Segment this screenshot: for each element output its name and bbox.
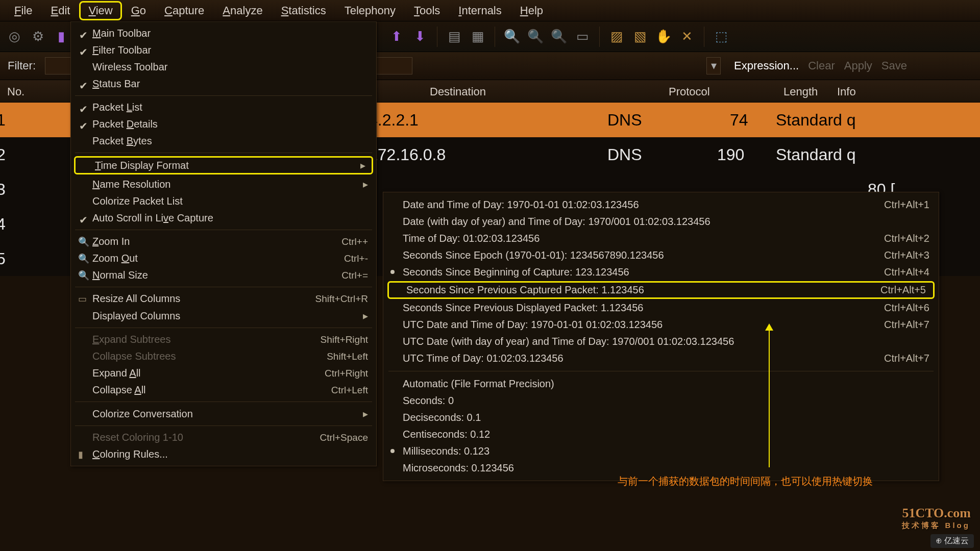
save-button[interactable]: Save bbox=[881, 59, 907, 72]
time-format-option[interactable]: Time of Day: 01:02:03.123456Ctrl+Alt+2 bbox=[383, 230, 939, 247]
menu-view[interactable]: View bbox=[79, 1, 121, 20]
rules-icon: ▮ bbox=[78, 449, 83, 460]
gear-icon[interactable]: ⚙ bbox=[29, 28, 47, 46]
time-format-option[interactable]: Date (with day of year) and Time of Day:… bbox=[383, 213, 939, 230]
zoom-out-icon[interactable]: 🔍 bbox=[526, 28, 545, 46]
apply-button[interactable]: Apply bbox=[844, 59, 872, 72]
menu-statistics[interactable]: Statistics bbox=[272, 1, 335, 20]
menu-internals[interactable]: Internals bbox=[449, 1, 510, 20]
menu-analyze[interactable]: Analyze bbox=[213, 1, 272, 20]
zoom-in-icon[interactable]: 🔍 bbox=[503, 28, 521, 46]
check-icon: ✔ bbox=[79, 46, 88, 58]
menu-separator bbox=[75, 402, 372, 402]
shortcut-label: Ctrl+Alt+5 bbox=[880, 284, 926, 296]
shortcut-label: Ctrl++ bbox=[341, 236, 368, 247]
view-menu-dropdown: ✔Main Toolbar✔Filter ToolbarWireless Too… bbox=[70, 21, 377, 466]
filter-dropdown[interactable]: ▾ bbox=[706, 57, 721, 74]
up-icon[interactable]: ⬆ bbox=[387, 28, 406, 46]
time-format-option[interactable]: Seconds: 0 bbox=[383, 392, 939, 409]
col-protocol[interactable]: Protocol bbox=[669, 85, 710, 98]
packet-dest: 172.16.0.8 bbox=[369, 145, 446, 164]
time-format-option[interactable]: Seconds Since Epoch (1970-01-01): 123456… bbox=[383, 247, 939, 264]
packet-info: Standard q bbox=[776, 145, 856, 164]
menu-item-packet-details[interactable]: ✔Packet Details bbox=[71, 116, 376, 133]
menu-item-wireless-toolbar[interactable]: Wireless Toolbar bbox=[71, 59, 376, 76]
col-info[interactable]: Info bbox=[837, 85, 856, 98]
menu-item-coloring-rules-[interactable]: ▮Coloring Rules... bbox=[71, 446, 376, 463]
shortcut-label: Shift+Ctrl+R bbox=[315, 293, 368, 305]
menu-item-filter-toolbar[interactable]: ✔Filter Toolbar bbox=[71, 42, 376, 59]
menu-edit[interactable]: Edit bbox=[41, 1, 79, 20]
colorize-icon[interactable]: ✋ bbox=[654, 28, 673, 46]
col-destination[interactable]: Destination bbox=[430, 85, 486, 98]
packet-len: 74 bbox=[730, 111, 748, 130]
menu-item-collapse-all[interactable]: Collapse AllCtrl+Left bbox=[71, 382, 376, 398]
menu-help[interactable]: Help bbox=[511, 1, 552, 20]
submenu-arrow-icon: ▸ bbox=[363, 178, 368, 190]
down-icon[interactable]: ⬇ bbox=[411, 28, 429, 46]
menu-item-main-toolbar[interactable]: ✔Main Toolbar bbox=[71, 25, 376, 42]
menu-item-label: Name Resolution bbox=[92, 179, 170, 190]
menu-item-label: Main Toolbar bbox=[92, 28, 151, 39]
shortcut-label: Ctrl+Right bbox=[325, 368, 368, 379]
menu-item-time-display-format[interactable]: Time Display Format▸ bbox=[74, 156, 373, 174]
menu-item-expand-all[interactable]: Expand AllCtrl+Right bbox=[71, 365, 376, 382]
time-format-option[interactable]: Seconds Since Previous Captured Packet: … bbox=[387, 281, 935, 299]
layout2-icon[interactable]: ▦ bbox=[469, 28, 487, 46]
time-format-option[interactable]: Seconds Since Beginning of Capture: 123.… bbox=[383, 264, 939, 281]
menu-item-resize-all-columns[interactable]: ▭Resize All ColumnsShift+Ctrl+R bbox=[71, 290, 376, 307]
menu-file[interactable]: File bbox=[5, 1, 41, 20]
zoom-fit-icon[interactable]: 🔍 bbox=[550, 28, 568, 46]
help-icon[interactable]: ⬚ bbox=[712, 28, 730, 46]
menu-item-label: Collapse Subtrees bbox=[92, 350, 176, 362]
packet-no: 5 bbox=[0, 249, 6, 268]
time-format-option[interactable]: UTC Time of Day: 01:02:03.123456Ctrl+Alt… bbox=[383, 350, 939, 367]
capture-filter-icon[interactable]: ▨ bbox=[607, 28, 626, 46]
col-length[interactable]: Length bbox=[783, 85, 818, 98]
zoom-out-icon: 🔍 bbox=[78, 253, 89, 264]
menu-telephony[interactable]: Telephony bbox=[335, 1, 405, 20]
menu-item-packet-bytes[interactable]: Packet Bytes bbox=[71, 133, 376, 149]
menu-item-auto-scroll-in-live-capture[interactable]: ✔Auto Scroll in Live Capture bbox=[71, 210, 376, 227]
shortcut-label: Ctrl+Alt+4 bbox=[884, 266, 929, 278]
time-format-option[interactable]: UTC Date (with day of year) and Time of … bbox=[383, 333, 939, 350]
col-no[interactable]: No. bbox=[7, 85, 24, 98]
menu-capture[interactable]: Capture bbox=[155, 1, 213, 20]
menu-item-normal-size[interactable]: 🔍Normal SizeCtrl+= bbox=[71, 267, 376, 284]
check-icon: ✔ bbox=[79, 103, 88, 115]
menu-item-zoom-out[interactable]: 🔍Zoom OutCtrl+- bbox=[71, 250, 376, 267]
menu-item-label: Wireless Toolbar bbox=[92, 61, 167, 73]
menu-tools[interactable]: Tools bbox=[405, 1, 449, 20]
time-format-option[interactable]: Deciseconds: 0.1 bbox=[383, 409, 939, 426]
prefs-icon[interactable]: ✕ bbox=[678, 28, 696, 46]
time-format-option[interactable]: Centiseconds: 0.12 bbox=[383, 426, 939, 443]
clear-button[interactable]: Clear bbox=[808, 59, 835, 72]
expression-button[interactable]: Expression... bbox=[734, 59, 799, 72]
menu-item-name-resolution[interactable]: Name Resolution▸ bbox=[71, 176, 376, 193]
time-format-option[interactable]: Seconds Since Previous Displayed Packet:… bbox=[383, 299, 939, 316]
menu-go[interactable]: Go bbox=[122, 1, 155, 20]
menu-item-label: Resize All Columns bbox=[92, 293, 180, 305]
capture-icon[interactable]: ▮ bbox=[52, 28, 70, 46]
menu-item-colorize-conversation[interactable]: Colorize Conversation▸ bbox=[71, 405, 376, 422]
menu-item-label: UTC Time of Day: 01:02:03.123456 bbox=[403, 353, 564, 364]
menu-item-packet-list[interactable]: ✔Packet List bbox=[71, 99, 376, 116]
menu-item-label: Packet Bytes bbox=[92, 135, 152, 147]
packet-info: Standard q bbox=[776, 111, 856, 130]
menu-separator bbox=[75, 153, 372, 153]
layout1-icon[interactable]: ▤ bbox=[445, 28, 463, 46]
menu-item-colorize-packet-list[interactable]: Colorize Packet List bbox=[71, 193, 376, 210]
resize-cols-icon[interactable]: ▭ bbox=[573, 28, 592, 46]
time-format-option[interactable]: Automatic (File Format Precision) bbox=[383, 375, 939, 392]
packet-no: 3 bbox=[0, 180, 6, 199]
shortcut-label: Ctrl+= bbox=[341, 270, 368, 281]
menu-item-zoom-in[interactable]: 🔍Zoom InCtrl++ bbox=[71, 233, 376, 250]
display-filter-icon[interactable]: ▧ bbox=[631, 28, 649, 46]
menu-item-displayed-columns[interactable]: Displayed Columns▸ bbox=[71, 307, 376, 324]
time-format-option[interactable]: UTC Date and Time of Day: 1970-01-01 01:… bbox=[383, 316, 939, 333]
menu-item-status-bar[interactable]: ✔Status Bar bbox=[71, 76, 376, 92]
time-format-option[interactable]: Date and Time of Day: 1970-01-01 01:02:0… bbox=[383, 196, 939, 213]
target-icon[interactable]: ◎ bbox=[5, 28, 23, 46]
time-format-option[interactable]: Milliseconds: 0.123 bbox=[383, 443, 939, 460]
shortcut-label: Shift+Right bbox=[321, 334, 368, 345]
